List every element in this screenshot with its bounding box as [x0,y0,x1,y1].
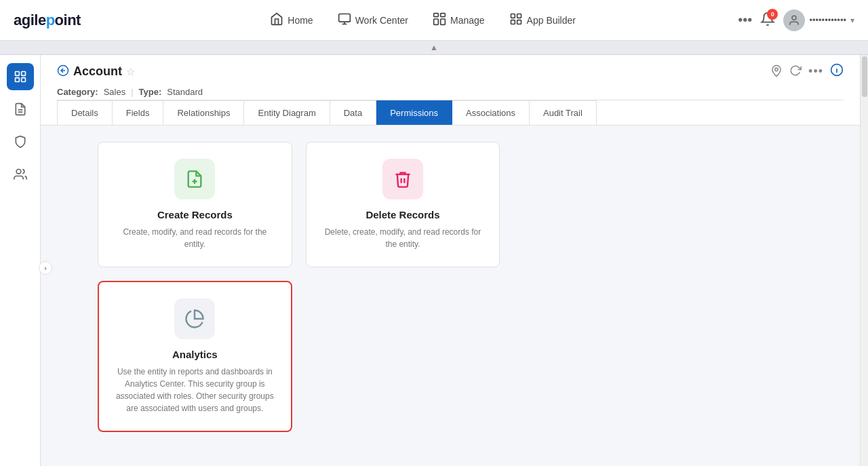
analytics-desc: Use the entity in reports and dashboards… [115,366,275,414]
svg-rect-4 [441,13,446,16]
svg-point-21 [775,68,778,71]
nav-right: ••• 0 •••••••••••• ▾ [738,9,854,31]
collapse-chevron-icon: ▲ [430,43,438,52]
svg-point-18 [16,170,21,174]
app-builder-icon [509,12,523,28]
category-value: Sales [104,87,126,97]
nav-app-builder-label: App Builder [527,15,576,26]
permissions-cards-grid: Create Records Create, modify, and read … [98,142,708,432]
tab-entity-diagram[interactable]: Entity Diagram [244,100,330,125]
sidebar-item-users[interactable] [7,161,34,188]
location-icon[interactable] [770,64,783,79]
tab-details[interactable]: Details [57,100,113,125]
nav-manage[interactable]: Manage [423,7,494,34]
user-menu-chevron[interactable]: ▾ [850,16,854,25]
info-icon[interactable] [830,63,844,80]
empty-card-top-right [513,142,708,267]
svg-rect-10 [517,20,521,24]
create-records-card[interactable]: Create Records Create, modify, and read … [98,142,292,267]
create-records-desc: Create, modify, and read records for the… [115,226,275,250]
svg-rect-12 [15,72,19,76]
nav-manage-label: Manage [450,15,485,26]
svg-rect-9 [511,20,515,24]
avatar-image [783,9,805,31]
sidebar-toggle-button[interactable]: › [39,261,52,275]
header-meta: Category: Sales | Type: Standard [57,87,844,97]
svg-rect-6 [441,19,446,24]
svg-rect-13 [21,72,25,76]
delete-records-title: Delete Records [366,209,439,220]
svg-rect-8 [517,14,521,18]
svg-rect-5 [434,19,439,24]
nav-home-label: Home [288,15,313,26]
nav-work-center-label: Work Center [355,15,408,26]
content-area: Account ☆ [41,55,860,466]
tab-permissions[interactable]: Permissions [376,100,452,125]
refresh-icon[interactable] [789,64,802,79]
sidebar-item-doc[interactable] [7,96,34,123]
nav-work-center[interactable]: Work Center [328,7,418,34]
logo-text: agilepoint [14,12,81,28]
analytics-icon-wrap [174,298,215,339]
back-button[interactable] [57,64,69,79]
delete-records-card[interactable]: Delete Records Delete, create, modify, a… [306,142,500,267]
delete-records-icon-wrap [382,159,423,199]
tab-audit-trail[interactable]: Audit Trail [530,100,597,125]
sidebar: › [0,55,41,466]
breadcrumb: Account ☆ [57,64,135,79]
user-avatar[interactable]: •••••••••••• ▾ [783,9,854,31]
type-value: Standard [167,87,203,97]
tab-data[interactable]: Data [330,100,376,125]
main-layout: › Account ☆ [0,55,868,466]
monitor-icon [338,12,351,28]
create-records-title: Create Records [157,209,233,220]
svg-point-11 [792,16,796,20]
collapse-bar[interactable]: ▲ [0,41,868,55]
analytics-title: Analytics [172,349,218,360]
header-actions: ••• [770,63,844,80]
logo[interactable]: agilepoint [14,12,81,29]
tab-relationships[interactable]: Relationships [163,100,244,125]
favorite-icon[interactable]: ☆ [126,66,135,78]
svg-rect-15 [21,78,25,82]
tab-bar: Details Fields Relationships Entity Diag… [57,100,844,125]
scrollbar-thumb[interactable] [862,56,867,97]
page-header: Account ☆ [41,55,860,125]
user-name-label: •••••••••••• [809,15,846,25]
svg-rect-7 [511,14,515,18]
home-icon [270,12,283,28]
sidebar-item-shield[interactable] [7,128,34,155]
analytics-card[interactable]: Analytics Use the entity in reports and … [98,281,292,432]
sidebar-item-grid[interactable] [7,63,34,90]
svg-rect-0 [338,14,350,22]
notification-badge: 0 [767,9,778,20]
tab-fields[interactable]: Fields [113,100,164,125]
scrollbar-area [860,55,868,466]
nav-home[interactable]: Home [260,7,322,34]
nav-more-button[interactable]: ••• [738,12,752,28]
svg-rect-14 [15,78,19,82]
category-label: Category: [57,87,98,97]
tab-associations[interactable]: Associations [452,100,530,125]
create-records-icon-wrap [174,159,215,199]
type-label: Type: [139,87,162,97]
header-more-icon[interactable]: ••• [808,64,823,79]
svg-rect-3 [434,13,439,16]
top-nav: agilepoint Home Work Center [0,0,868,41]
nav-app-builder[interactable]: App Builder [500,7,585,34]
breadcrumb-row: Account ☆ [57,63,844,80]
page-title: Account [73,64,122,79]
notification-button[interactable]: 0 [760,12,775,29]
nav-items: Home Work Center Manage [108,7,738,34]
permissions-content: Create Records Create, modify, and read … [41,125,860,466]
manage-icon [433,12,446,28]
delete-records-desc: Delete, create, modify, and read records… [323,226,484,250]
